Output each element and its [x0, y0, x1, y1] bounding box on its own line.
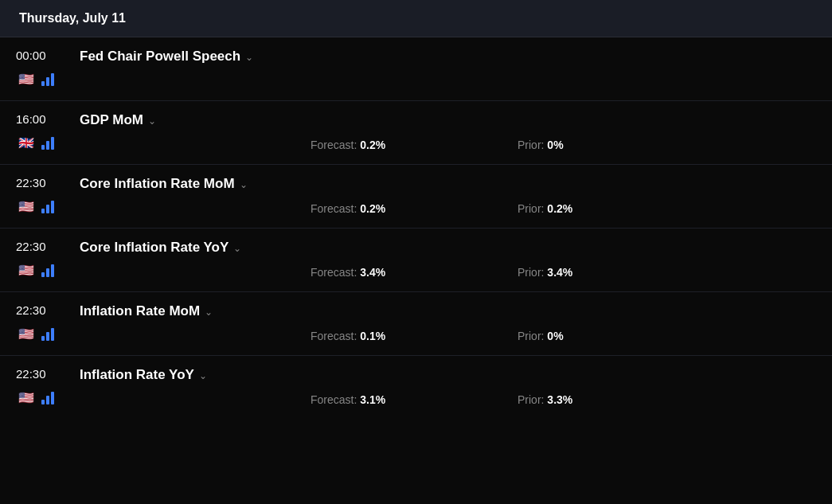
event-row: 22:30 🇺🇸 Inflation Rate MoM ⌄ [0, 292, 832, 356]
event-title: Inflation Rate MoM [80, 303, 200, 319]
event-row: 00:00 🇺🇸 Fed Chair Powell Speech ⌄ [0, 37, 832, 101]
time-col: 16:00 🇬🇧 [16, 112, 80, 153]
prior-value: 0.2% [547, 202, 572, 215]
prior-label: Prior: [518, 393, 547, 406]
event-row: 16:00 🇬🇧 GDP MoM ⌄ [0, 101, 832, 165]
forecast-col: Forecast: 0.1% [311, 329, 518, 342]
prior-label: Prior: [518, 266, 547, 279]
event-time: 22:30 [16, 367, 46, 381]
time-col: 22:30 🇺🇸 [16, 240, 80, 280]
forecast-col: Forecast: 3.4% [311, 265, 518, 279]
event-time: 22:30 [16, 303, 46, 317]
event-title-row[interactable]: Inflation Rate YoY ⌄ [80, 367, 816, 383]
event-title: GDP MoM [80, 112, 143, 128]
signal-icon [41, 326, 54, 341]
forecast-label: Forecast: [311, 139, 360, 151]
forecast-value: 0.1% [360, 330, 385, 342]
country-flag: 🇬🇧 [16, 132, 37, 153]
event-title-row[interactable]: Inflation Rate MoM ⌄ [80, 303, 816, 319]
forecast-value: 0.2% [360, 139, 385, 151]
prior-value: 0% [547, 330, 563, 342]
forecast-label: Forecast: [311, 330, 360, 342]
event-content: Core Inflation Rate YoY ⌄ Forecast: 3.4%… [80, 240, 816, 279]
event-time: 00:00 [16, 49, 46, 62]
chevron-down-icon[interactable]: ⌄ [240, 179, 248, 190]
prior-col: Prior: 0% [518, 138, 816, 151]
event-title-row[interactable]: Core Inflation Rate YoY ⌄ [80, 240, 816, 256]
event-title-row[interactable]: GDP MoM ⌄ [80, 112, 816, 128]
event-time: 22:30 [16, 176, 46, 189]
event-title: Fed Chair Powell Speech [80, 49, 240, 64]
forecast-value: 0.2% [360, 202, 385, 215]
prior-col: Prior: 3.4% [518, 265, 816, 279]
chevron-down-icon[interactable]: ⌄ [245, 52, 253, 63]
event-meta-row: Forecast: 3.4% Prior: 3.4% [80, 265, 816, 279]
country-flag: 🇺🇸 [16, 68, 37, 89]
forecast-label: Forecast: [311, 393, 360, 406]
chevron-down-icon[interactable]: ⌄ [148, 115, 156, 127]
chevron-down-icon[interactable]: ⌄ [199, 370, 207, 381]
prior-value: 3.4% [547, 266, 572, 279]
signal-icon [41, 199, 54, 213]
event-title: Inflation Rate YoY [80, 367, 194, 383]
signal-icon [41, 135, 54, 150]
forecast-label: Forecast: [311, 266, 360, 279]
header-date: Thursday, July 11 [19, 11, 126, 25]
time-col: 22:30 🇺🇸 [16, 367, 80, 408]
event-title: Core Inflation Rate MoM [80, 176, 235, 192]
flags-row: 🇬🇧 [16, 132, 54, 153]
prior-value: 0% [547, 139, 563, 151]
time-col: 22:30 🇺🇸 [16, 303, 80, 344]
event-content: Inflation Rate YoY ⌄ Forecast: 3.1% Prio… [80, 367, 816, 406]
flags-row: 🇺🇸 [16, 323, 54, 344]
event-list: 00:00 🇺🇸 Fed Chair Powell Speech ⌄ [0, 37, 832, 419]
forecast-col: Forecast: 3.1% [311, 393, 518, 406]
event-meta-row: Forecast: 0.1% Prior: 0% [80, 329, 816, 342]
event-time: 22:30 [16, 240, 46, 253]
country-flag: 🇺🇸 [16, 323, 37, 344]
prior-col: Prior: 3.3% [518, 393, 816, 406]
event-meta-row: Forecast: 0.2% Prior: 0.2% [80, 201, 816, 215]
chevron-down-icon[interactable]: ⌄ [233, 243, 241, 254]
event-time: 16:00 [16, 112, 46, 126]
forecast-value: 3.1% [360, 393, 385, 406]
time-col: 00:00 🇺🇸 [16, 49, 80, 89]
prior-label: Prior: [518, 139, 547, 151]
time-col: 22:30 🇺🇸 [16, 176, 80, 217]
event-content: Fed Chair Powell Speech ⌄ [80, 49, 816, 66]
event-title-row[interactable]: Fed Chair Powell Speech ⌄ [80, 49, 816, 64]
event-title-row[interactable]: Core Inflation Rate MoM ⌄ [80, 176, 816, 192]
flags-row: 🇺🇸 [16, 260, 54, 280]
prior-col: Prior: 0% [518, 329, 816, 342]
forecast-label: Forecast: [311, 202, 360, 215]
event-content: GDP MoM ⌄ Forecast: 0.2% Prior: 0% [80, 112, 816, 151]
country-flag: 🇺🇸 [16, 260, 37, 280]
date-header: Thursday, July 11 [0, 0, 832, 37]
event-content: Core Inflation Rate MoM ⌄ Forecast: 0.2%… [80, 176, 816, 215]
forecast-col: Forecast: 0.2% [311, 138, 518, 151]
country-flag: 🇺🇸 [16, 196, 37, 217]
event-meta-row: Forecast: 3.1% Prior: 3.3% [80, 393, 816, 406]
event-content: Inflation Rate MoM ⌄ Forecast: 0.1% Prio… [80, 303, 816, 342]
flags-row: 🇺🇸 [16, 196, 54, 217]
country-flag: 🇺🇸 [16, 387, 37, 408]
event-row: 22:30 🇺🇸 Core Inflation Rate YoY ⌄ [0, 229, 832, 292]
prior-col: Prior: 0.2% [518, 201, 816, 215]
prior-label: Prior: [518, 202, 547, 215]
prior-value: 3.3% [547, 393, 572, 406]
signal-icon [41, 390, 54, 404]
flags-row: 🇺🇸 [16, 387, 54, 408]
chevron-down-icon[interactable]: ⌄ [205, 307, 213, 318]
signal-icon [41, 72, 54, 86]
signal-icon [41, 263, 54, 277]
event-meta-row: Forecast: 0.2% Prior: 0% [80, 138, 816, 151]
forecast-value: 3.4% [360, 266, 385, 279]
event-title: Core Inflation Rate YoY [80, 240, 229, 256]
forecast-col: Forecast: 0.2% [311, 201, 518, 215]
event-row: 22:30 🇺🇸 Inflation Rate YoY ⌄ [0, 356, 832, 419]
event-row: 22:30 🇺🇸 Core Inflation Rate MoM ⌄ [0, 165, 832, 229]
prior-label: Prior: [518, 330, 547, 342]
flags-row: 🇺🇸 [16, 68, 54, 89]
